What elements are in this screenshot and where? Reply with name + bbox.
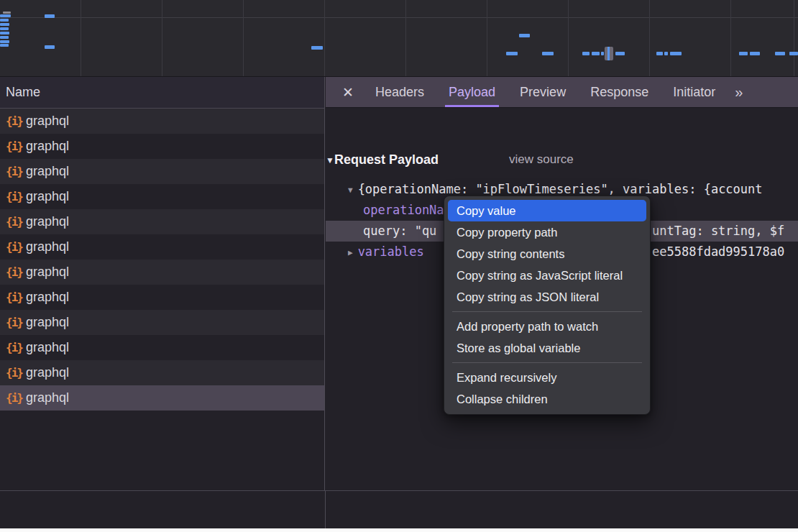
property-key: variables bbox=[358, 244, 424, 259]
context-menu-item[interactable]: Collapse children bbox=[448, 388, 646, 410]
devtools-network-panel: Name {i}graphql{i}graphql{i}graphql{i}gr… bbox=[0, 0, 798, 532]
json-icon: {i} bbox=[6, 366, 26, 380]
context-menu-item[interactable]: Copy string as JavaScript literal bbox=[448, 265, 646, 286]
request-row[interactable]: {i}graphql bbox=[0, 209, 324, 234]
request-timing-bar bbox=[311, 46, 323, 50]
timeline-gridline bbox=[730, 0, 731, 76]
request-timing-bar bbox=[0, 23, 9, 26]
request-timing-bar bbox=[0, 14, 11, 17]
request-timing-bar bbox=[519, 34, 530, 37]
request-name: graphql bbox=[26, 114, 69, 129]
timeline-gridline bbox=[162, 0, 162, 76]
tab-initiator[interactable]: Initiator bbox=[661, 77, 728, 107]
tab-headers[interactable]: Headers bbox=[363, 77, 436, 107]
request-rows: {i}graphql{i}graphql{i}graphql{i}graphql… bbox=[0, 109, 324, 411]
request-row[interactable]: {i}graphql bbox=[0, 385, 324, 411]
query-text-left: query: "qu bbox=[363, 224, 436, 238]
context-menu-item[interactable]: Copy property path bbox=[448, 221, 646, 243]
expand-icon[interactable]: ▼ bbox=[348, 180, 353, 200]
screenshot-edge bbox=[0, 528, 798, 532]
context-menu-item[interactable]: Copy value bbox=[448, 200, 646, 221]
request-row[interactable]: {i}graphql bbox=[0, 134, 324, 159]
view-source-link[interactable]: view source bbox=[509, 149, 574, 170]
request-row[interactable]: {i}graphql bbox=[0, 159, 324, 184]
timeline-gridline bbox=[487, 0, 487, 76]
request-name: graphql bbox=[26, 239, 69, 254]
section-title: Request Payload bbox=[334, 152, 439, 167]
context-menu-item[interactable]: Copy string contents bbox=[448, 243, 646, 265]
json-icon: {i} bbox=[6, 265, 26, 279]
request-name: graphql bbox=[26, 164, 69, 179]
request-timing-bar bbox=[45, 14, 55, 18]
json-icon: {i} bbox=[6, 190, 26, 203]
request-timing-bar bbox=[542, 52, 554, 55]
request-timing-bar bbox=[0, 32, 9, 35]
json-icon: {i} bbox=[6, 215, 26, 229]
request-timing-bar bbox=[592, 52, 600, 55]
context-menu-item[interactable]: Copy string as JSON literal bbox=[448, 286, 646, 308]
request-timing-bar bbox=[601, 52, 604, 55]
request-timing-bar bbox=[615, 52, 625, 55]
request-row[interactable]: {i}graphql bbox=[0, 234, 324, 260]
request-row[interactable]: {i}graphql bbox=[0, 184, 324, 209]
variables-text-right: ee5588fdad995178a0 bbox=[652, 242, 784, 262]
name-column-header[interactable]: Name bbox=[0, 77, 324, 109]
tab-response[interactable]: Response bbox=[578, 77, 661, 107]
request-timing-bar bbox=[506, 52, 518, 55]
request-timing-bar bbox=[0, 44, 9, 47]
request-name: graphql bbox=[26, 265, 69, 280]
more-tabs-icon[interactable]: » bbox=[735, 84, 741, 101]
context-menu-item[interactable]: Expand recursively bbox=[448, 367, 646, 388]
request-name: graphql bbox=[26, 340, 69, 355]
selected-request-marker bbox=[605, 47, 613, 60]
timeline-gridline bbox=[81, 0, 81, 76]
request-timing-bar bbox=[789, 52, 798, 55]
json-icon: {i} bbox=[6, 165, 26, 178]
request-timing-bar bbox=[0, 19, 9, 22]
request-name: graphql bbox=[26, 290, 69, 305]
tab-payload[interactable]: Payload bbox=[436, 77, 508, 107]
request-row[interactable]: {i}graphql bbox=[0, 260, 324, 285]
request-timing-bar bbox=[670, 52, 682, 55]
json-icon: {i} bbox=[6, 139, 26, 153]
context-menu-item[interactable]: Store as global variable bbox=[448, 337, 646, 359]
collapse-icon[interactable]: ▶ bbox=[348, 242, 353, 262]
request-row[interactable]: {i}graphql bbox=[0, 310, 324, 335]
network-overview-timeline[interactable] bbox=[0, 0, 798, 77]
json-icon: {i} bbox=[6, 316, 26, 329]
request-timing-bar bbox=[750, 52, 760, 55]
request-timing-bar bbox=[45, 45, 55, 49]
json-icon: {i} bbox=[6, 341, 26, 354]
detail-tabs: HeadersPayloadPreviewResponseInitiator bbox=[363, 77, 728, 107]
request-row[interactable]: {i}graphql bbox=[0, 285, 324, 310]
json-icon: {i} bbox=[6, 290, 26, 304]
query-text-right: untTag: string, $f bbox=[652, 221, 784, 242]
context-menu-separator bbox=[452, 362, 642, 363]
request-name: graphql bbox=[26, 365, 69, 380]
request-timing-bar bbox=[775, 52, 785, 55]
request-timing-bar bbox=[739, 52, 748, 55]
payload-preview-text: {operationName: "ipFlowTimeseries", vari… bbox=[358, 182, 763, 196]
request-list-panel: Name {i}graphql{i}graphql{i}graphql{i}gr… bbox=[0, 77, 325, 490]
request-row[interactable]: {i}graphql bbox=[0, 109, 324, 134]
request-timing-bar bbox=[656, 52, 663, 55]
request-row[interactable]: {i}graphql bbox=[0, 360, 324, 385]
request-timing-bar bbox=[0, 27, 9, 30]
close-icon[interactable]: ✕ bbox=[337, 84, 359, 101]
request-name: graphql bbox=[26, 189, 69, 204]
timeline-gridline bbox=[243, 0, 244, 76]
section-disclosure-icon[interactable]: ▼ bbox=[326, 150, 334, 171]
context-menu-item[interactable]: Add property path to watch bbox=[448, 316, 646, 337]
request-row[interactable]: {i}graphql bbox=[0, 335, 324, 360]
detail-tabbar: ✕ HeadersPayloadPreviewResponseInitiator… bbox=[326, 77, 798, 108]
request-name: graphql bbox=[26, 139, 69, 154]
json-icon: {i} bbox=[6, 391, 26, 405]
timeline-gridline bbox=[794, 0, 794, 76]
tab-preview[interactable]: Preview bbox=[508, 77, 578, 107]
request-name: graphql bbox=[26, 315, 69, 330]
context-menu: Copy valueCopy property pathCopy string … bbox=[444, 196, 651, 415]
request-timing-bar bbox=[664, 52, 668, 55]
request-name: graphql bbox=[26, 390, 69, 405]
request-timing-bar bbox=[3, 12, 11, 14]
context-menu-separator bbox=[452, 311, 642, 312]
